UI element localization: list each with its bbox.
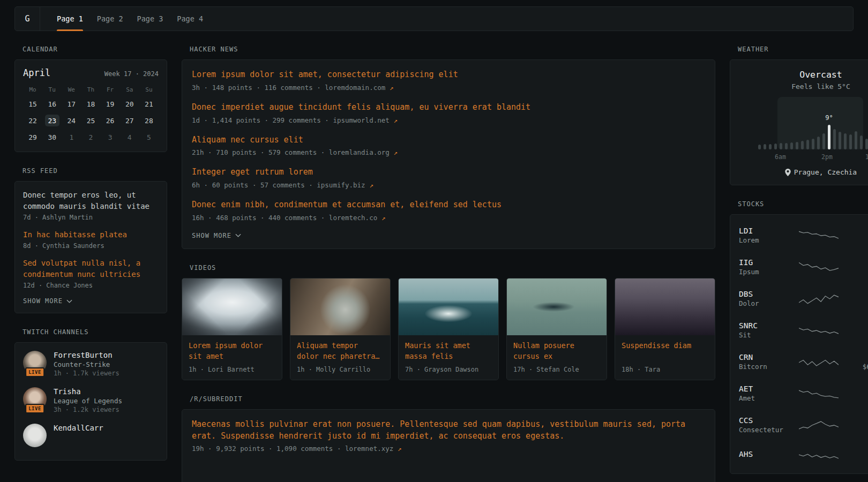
- calendar-day: 5: [141, 131, 156, 143]
- stock-row[interactable]: IIG Ipsum +2.84% $42.04: [739, 251, 868, 283]
- hackernews-item-link[interactable]: Donec imperdiet augue tincidunt felis al…: [192, 102, 705, 114]
- page-tab[interactable]: Page 1: [50, 7, 90, 31]
- rss-item-link[interactable]: Sed volutpat nulla nisl, a condimentum n…: [23, 258, 159, 280]
- stock-sparkline: [790, 355, 847, 369]
- hackernews-widget: Lorem ipsum dolor sit amet, consectetur …: [182, 59, 715, 249]
- video-row: Lorem ipsum dolor sit amet consectetu… 1…: [182, 278, 715, 380]
- weather-hour-bar: [828, 125, 830, 149]
- stock-name: Lorem: [739, 236, 790, 244]
- video-card[interactable]: Aliquam tempor dolor nec pharetra… 1h · …: [290, 278, 391, 380]
- calendar-day: 15: [26, 98, 40, 110]
- video-title-link[interactable]: Aliquam tempor dolor nec pharetra…: [297, 340, 384, 362]
- stock-change: -1.00%: [847, 353, 868, 362]
- video-card[interactable]: Lorem ipsum dolor sit amet consectetu… 1…: [182, 278, 282, 380]
- stock-name: Ipsum: [739, 268, 790, 276]
- rss-item-meta: 8d · Cynthia Saunders: [23, 242, 159, 250]
- weather-bars: [758, 108, 868, 149]
- middle-column: HACKER NEWS Lorem ipsum dolor sit amet, …: [182, 46, 715, 482]
- hackernews-item-link[interactable]: Lorem ipsum dolor sit amet, consectetur …: [192, 69, 705, 81]
- weather-widget: Overcast Feels like 5°C 9° 6am2pm10pm Pr…: [730, 59, 868, 185]
- video-card-body: Aliquam tempor dolor nec pharetra… 1h · …: [290, 335, 390, 380]
- page-tab[interactable]: Page 3: [130, 7, 170, 31]
- twitch-channel-row[interactable]: KendallCarr: [23, 424, 159, 447]
- stocks-widget: LDI Lorem +4.35% $795.18 IIG: [730, 214, 868, 474]
- rss-item: Sed volutpat nulla nisl, a condimentum n…: [23, 258, 159, 289]
- video-thumbnail: [615, 278, 715, 335]
- sparkline-chart: [799, 260, 839, 274]
- video-card[interactable]: Nullam posuere cursus ex 17h · Stefan Co…: [506, 278, 607, 380]
- subreddit-section: /R/SUBREDDIT Maecenas mollis pulvinar er…: [182, 395, 715, 482]
- stock-identity: CRN Bitcorn: [739, 353, 790, 371]
- hackernews-item-link[interactable]: Donec enim nibh, condimentum et accumsan…: [192, 199, 705, 211]
- hackernews-show-more-button[interactable]: SHOW MORE: [192, 232, 705, 239]
- channel-info: Trisha League of Legends 3h · 1.2k viewe…: [54, 387, 122, 413]
- calendar-day: 22: [26, 115, 40, 126]
- rss-item-link[interactable]: In hac habitasse platea: [23, 229, 159, 240]
- stock-row[interactable]: LDI Lorem +4.35% $795.18: [739, 220, 868, 251]
- stock-identity: IIG Ipsum: [739, 258, 790, 276]
- video-title-link[interactable]: Nullam posuere cursus ex: [513, 340, 600, 362]
- hackernews-item: Integer eget rutrum lorem 6h · 60 points…: [192, 167, 705, 189]
- rss-widget: Donec tempor eros leo, ut commodo mauris…: [14, 181, 167, 313]
- weather-hour-bar: [785, 143, 788, 149]
- video-meta: 17h · Stefan Cole: [513, 366, 600, 373]
- stock-price: $42.04: [847, 268, 868, 276]
- stock-name: Dolor: [739, 299, 790, 307]
- calendar-day: 21: [141, 98, 156, 110]
- calendar-section: CALENDAR April Week 17 · 2024 MoTuWeThFr…: [14, 46, 167, 152]
- avatar-wrapper: LIVE: [23, 351, 47, 374]
- time-axis-label: 6am: [775, 153, 786, 161]
- hackernews-item-link[interactable]: Integer eget rutrum lorem: [192, 167, 705, 178]
- time-axis-label: 2pm: [821, 153, 833, 161]
- weather-hour-bar: [758, 145, 761, 149]
- video-meta: 18h · Tara: [622, 366, 708, 373]
- videos-section: VIDEOS Lorem ipsum dolor sit amet consec…: [182, 264, 715, 380]
- hackernews-item-link[interactable]: Aliquam nec cursus elit: [192, 134, 705, 146]
- stock-row[interactable]: AHS +0.46%: [739, 441, 868, 469]
- stock-row[interactable]: CCS Consectetur +0.51% $165.84: [739, 409, 868, 441]
- stock-name: Bitcorn: [739, 363, 790, 371]
- stock-row[interactable]: CRN Bitcorn -1.00% $66,171.48: [739, 346, 868, 378]
- weather-hour-bar: [860, 135, 863, 149]
- weather-hour-bar: [796, 142, 798, 149]
- rss-show-more-button[interactable]: SHOW MORE: [23, 297, 159, 305]
- video-title-link[interactable]: Lorem ipsum dolor sit amet consectetu…: [189, 340, 275, 362]
- stock-row[interactable]: AET Amet +0.92% $499.72: [739, 378, 868, 409]
- video-title-link[interactable]: Suspendisse diam: [622, 340, 708, 362]
- stock-price: $148.64: [847, 331, 868, 339]
- hackernews-item-meta: 3h · 148 points · 116 comments · loremdo…: [192, 84, 705, 92]
- page-tab[interactable]: Page 2: [90, 7, 130, 31]
- stock-name: Amet: [739, 394, 790, 402]
- sparkline-chart: [799, 355, 839, 369]
- channel-info: ForrestBurton Counter-Strike 1h · 1.7k v…: [54, 351, 119, 377]
- stock-values: +0.51% $165.84: [847, 416, 868, 434]
- avatar-wrapper: LIVE: [23, 387, 47, 411]
- stock-values: +4.35% $795.18: [847, 227, 868, 244]
- twitch-channel-row[interactable]: LIVE ForrestBurton Counter-Strike 1h · 1…: [23, 351, 159, 377]
- rss-item-link[interactable]: Donec tempor eros leo, ut commodo mauris…: [23, 190, 159, 212]
- stock-row[interactable]: SNRC Sit +1.36% $148.64: [739, 314, 868, 346]
- rss-section-title: RSS FEED: [23, 167, 167, 175]
- page-tab[interactable]: Page 4: [170, 7, 210, 31]
- calendar-day: 2: [84, 131, 98, 143]
- day-of-week-label: Fr: [107, 86, 114, 93]
- calendar-day: 27: [122, 115, 137, 126]
- stock-ticker: CCS: [739, 416, 790, 425]
- twitch-channel-row[interactable]: LIVE Trisha League of Legends 3h · 1.2k …: [23, 387, 159, 413]
- stock-row[interactable]: DBS Dolor +1.42% $156.28: [739, 283, 868, 314]
- subreddit-item-link[interactable]: Maecenas mollis pulvinar erat non posuer…: [192, 419, 705, 442]
- video-card[interactable]: Mauris sit amet massa felis 7h · Grayson…: [398, 278, 499, 380]
- app-logo[interactable]: G: [15, 7, 40, 31]
- day-of-week-label: Su: [145, 86, 152, 93]
- stock-change: +0.51%: [847, 416, 868, 425]
- stock-sparkline: [790, 418, 847, 432]
- rss-section: RSS FEED Donec tempor eros leo, ut commo…: [14, 167, 167, 313]
- video-title-link[interactable]: Mauris sit amet massa felis: [405, 340, 492, 362]
- video-card[interactable]: Suspendisse diam 18h · Tara: [615, 278, 715, 380]
- external-link-icon: ↗: [398, 445, 402, 453]
- calendar-section-title: CALENDAR: [23, 46, 167, 53]
- stock-name: Consectetur: [739, 426, 790, 434]
- stock-price: $795.18: [847, 236, 868, 244]
- weather-section-title: WEATHER: [738, 46, 868, 53]
- weather-hour-bar: [806, 140, 809, 149]
